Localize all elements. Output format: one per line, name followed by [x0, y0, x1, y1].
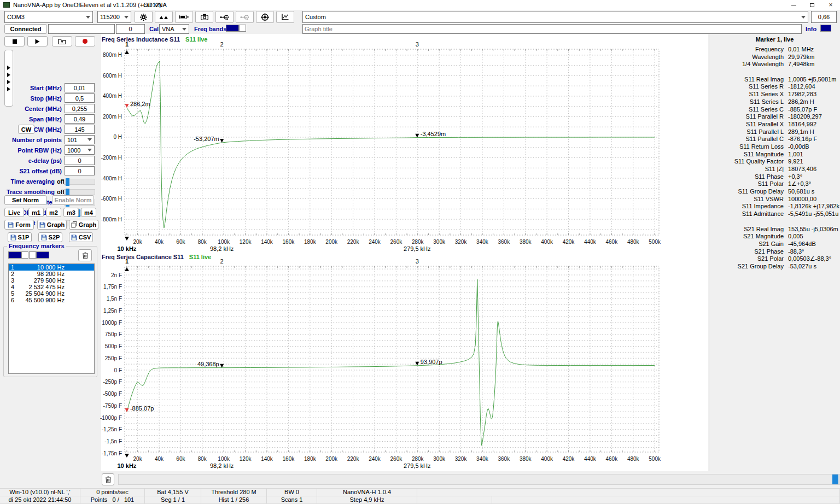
frequency-marker-item[interactable]: 42 532 475 Hz	[9, 284, 94, 290]
save-form-button[interactable]: Form	[4, 220, 34, 230]
status-cell: 0 points/sec	[80, 489, 145, 496]
enable-norm-button[interactable]: Enable Norm	[52, 195, 94, 205]
minimize-button[interactable]	[784, 0, 803, 10]
graph-title-input[interactable]	[302, 24, 802, 34]
memory-1-button[interactable]: m1	[28, 208, 44, 217]
slider-value: off	[57, 189, 65, 195]
marker-panel-label: S11 Impedance	[709, 203, 784, 210]
save-s1p-button[interactable]: S1P	[8, 232, 32, 242]
graph-preset-select[interactable]: Custom	[302, 11, 808, 23]
battery-button[interactable]	[175, 11, 193, 23]
marker-color-swatch[interactable]	[36, 251, 49, 259]
save-graph-label: Graph	[47, 221, 65, 228]
connected-button[interactable]: Connected	[4, 24, 47, 34]
stop-button[interactable]	[4, 36, 25, 46]
frequency-marker-item[interactable]: 298 200 Hz	[9, 271, 94, 277]
freq-bands-color-swatch-2[interactable]	[239, 25, 246, 32]
inductance-chart[interactable]: 800m H600m H400m H200m H0 H-200m H-400m …	[101, 34, 708, 253]
svg-text:-750p F: -750p F	[103, 403, 122, 409]
sweep-presets-expander[interactable]	[4, 50, 13, 107]
usb-connect-button[interactable]	[215, 11, 234, 23]
marker-panel-label: S11 Polar	[709, 180, 784, 188]
firmware-upload-button[interactable]	[155, 11, 173, 23]
svg-text:-500p F: -500p F	[103, 391, 122, 397]
save-disk-icon	[41, 235, 47, 241]
marker-panel-label: S21 Magnitude	[709, 233, 784, 241]
baud-select[interactable]: 115200	[97, 11, 131, 23]
marker-panel-row: S11 Parallel L289,1m H	[709, 128, 840, 136]
marker-panel-row: S11 Parallel R-180209,297	[709, 113, 840, 121]
frequency-marker-item[interactable]: 525 504 900 Hz	[9, 290, 94, 297]
svg-text:-885,07p: -885,07p	[130, 405, 154, 412]
svg-text:-1,75n F: -1,75n F	[102, 450, 122, 456]
marker-panel-label: S11 Series C	[709, 106, 784, 114]
clear-graph-button[interactable]	[102, 473, 114, 485]
com-port-select[interactable]: COM3	[4, 11, 93, 23]
memory-2-button[interactable]: m2	[46, 208, 61, 217]
screenshot-button[interactable]	[195, 11, 213, 23]
marker-panel-value: -0,00dB	[784, 143, 809, 151]
svg-text:380k: 380k	[520, 456, 532, 462]
field-input[interactable]	[65, 166, 95, 175]
marker-panel-label: S21 Real Imag	[709, 226, 784, 233]
svg-text:240k: 240k	[369, 239, 381, 245]
save-graph-button[interactable]: Graph	[37, 220, 67, 230]
capacitance-chart[interactable]: 2n F1,75n F1,5n F1,25n F1000p F750p F500…	[101, 253, 708, 472]
connection-info-field[interactable]	[48, 24, 115, 34]
delete-markers-button[interactable]	[78, 249, 92, 261]
field-input[interactable]	[65, 104, 95, 113]
info-color-swatch[interactable]	[820, 25, 831, 32]
svg-text:280k: 280k	[412, 456, 424, 462]
marker-frequency: 98 200 Hz	[21, 271, 65, 277]
graph-horizontal-scrollbar[interactable]	[118, 474, 840, 485]
slider-handle[interactable]	[66, 178, 69, 186]
marker-color-swatch[interactable]	[8, 251, 21, 259]
slider-track[interactable]	[64, 189, 95, 195]
copy-graph-button[interactable]: Graph	[69, 220, 98, 230]
marker-color-swatch[interactable]	[21, 251, 28, 259]
play-button[interactable]	[27, 36, 48, 46]
frequency-marker-item[interactable]: 3279 500 Hz	[9, 277, 94, 284]
freq-bands-color-swatch[interactable]	[226, 25, 239, 32]
cal-mode-select[interactable]: VNA	[159, 24, 189, 34]
svg-text:80k: 80k	[198, 239, 207, 245]
marker-panel-row: S11 Series C-885,07p F	[709, 106, 840, 114]
svg-text:-200m H: -200m H	[101, 155, 122, 161]
slider-track[interactable]	[64, 179, 95, 185]
record-button[interactable]	[75, 36, 95, 46]
field-input[interactable]	[65, 114, 95, 124]
save-csv-button[interactable]: CSV	[69, 232, 93, 242]
cw-button[interactable]: CW	[18, 125, 34, 134]
svg-text:250p F: 250p F	[105, 355, 122, 361]
frequency-marker-item[interactable]: 645 500 900 Hz	[9, 297, 94, 303]
count-field[interactable]: 0	[116, 24, 145, 34]
field-input[interactable]	[65, 125, 95, 134]
field-input[interactable]	[65, 93, 95, 103]
marker-panel-label: S11 Magnitude	[709, 151, 784, 159]
memory-4-button[interactable]: m4	[81, 208, 96, 217]
close-button[interactable]: ×	[821, 0, 840, 10]
settings-button[interactable]	[135, 11, 153, 23]
field-select[interactable]: 1000	[65, 145, 95, 155]
svg-text:60k: 60k	[176, 239, 185, 245]
memory-3-button[interactable]: m3	[63, 208, 79, 217]
field-input[interactable]	[65, 83, 95, 92]
frequency-marker-item[interactable]: 110 000 Hz	[9, 264, 94, 271]
save-s2p-button[interactable]: S2P	[38, 232, 62, 242]
usb-disconnect-button[interactable]	[236, 11, 254, 23]
scrollbar-handle[interactable]	[832, 474, 838, 484]
preset-scale-field[interactable]: 0,66	[811, 11, 837, 23]
svg-text:1: 1	[125, 41, 129, 48]
save-disk-icon	[71, 235, 77, 241]
graph-settings-button[interactable]	[276, 11, 294, 23]
svg-text:460k: 460k	[605, 239, 618, 245]
field-input[interactable]	[65, 156, 95, 165]
field-select[interactable]: 101	[65, 135, 95, 144]
live-trace-button[interactable]: Live	[4, 208, 24, 217]
maximize-button[interactable]	[803, 0, 821, 10]
calibration-target-button[interactable]	[256, 11, 274, 23]
set-norm-button[interactable]: Set Norm	[4, 195, 46, 205]
open-folder-button[interactable]	[52, 36, 72, 46]
marker-color-swatch[interactable]	[29, 251, 36, 259]
frequency-marker-list[interactable]: 110 000 Hz298 200 Hz3279 500 Hz42 532 47…	[8, 263, 95, 374]
